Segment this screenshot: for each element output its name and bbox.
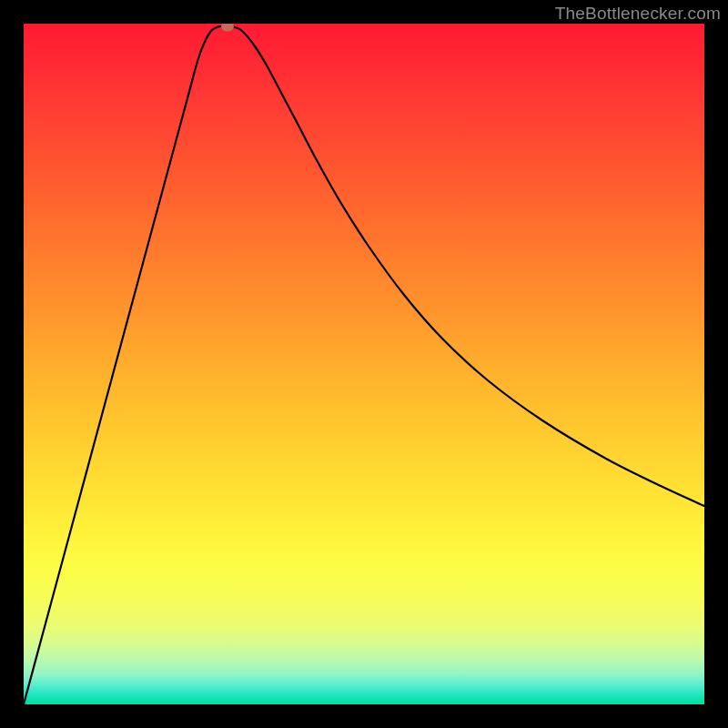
- bottleneck-curve: [24, 24, 704, 704]
- plot-area: [24, 24, 704, 704]
- watermark-text: TheBottlenecker.com: [555, 4, 721, 24]
- chart-frame: TheBottlenecker.com: [0, 0, 728, 728]
